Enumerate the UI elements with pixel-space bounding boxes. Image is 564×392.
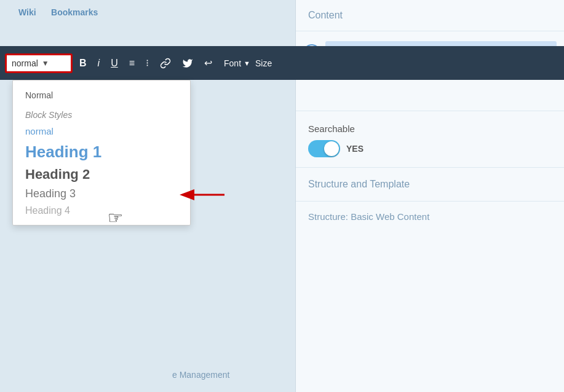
list-button[interactable]: ⁝ [141,55,153,71]
toggle-yes-label: YES [346,144,363,154]
undo-button[interactable]: ↩ [200,55,216,71]
nav-wiki[interactable]: Wiki [12,0,42,25]
menu-item-heading2[interactable]: Heading 2 [13,164,190,185]
font-label: Font [224,58,241,68]
top-nav: Wiki Bookmarks [0,0,295,25]
style-dropdown[interactable]: normal ▼ [5,53,73,73]
align-button[interactable]: ≡ [125,55,139,71]
dropdown-arrow-icon: ▼ [42,59,66,68]
text-area-empty [296,74,564,111]
toggle-knob [324,141,339,156]
menu-item-heading3[interactable]: Heading 3 [13,185,190,203]
menu-item-normal-link[interactable]: normal [13,122,190,140]
management-text: e Management [172,370,229,380]
searchable-section: Searchable YES [296,111,564,168]
structure-basic: Structure: Basic Web Content [296,202,564,232]
italic-button[interactable]: i [93,55,105,71]
nav-bookmarks[interactable]: Bookmarks [45,0,104,25]
structure-basic-label: Structure: Basic Web Content [308,211,429,222]
searchable-label: Searchable [308,123,552,134]
toolbar: normal ▼ B i U ≡ ⁝ ↩ Font ▼ Size [0,46,564,80]
bold-button[interactable]: B [75,55,91,71]
font-dropdown-arrow-icon: ▼ [244,60,250,67]
cursor-hand-icon: ☞ [108,208,123,228]
searchable-toggle[interactable] [308,140,340,157]
menu-item-heading1[interactable]: Heading 1 [13,140,190,164]
size-label: Size [255,58,272,68]
menu-item-normal[interactable]: Normal [13,87,190,104]
dropdown-value: normal [12,58,38,68]
twitter-button[interactable] [178,55,197,71]
menu-item-heading4[interactable]: Heading 4 [13,203,190,219]
style-dropdown-menu: Normal Block Styles normal Heading 1 Hea… [12,80,191,225]
structure-section: Structure and Template [296,168,564,202]
link-button[interactable] [156,55,175,71]
menu-block-styles-header: Block Styles [13,104,190,122]
underline-button[interactable]: U [106,55,122,71]
structure-label: Structure and Template [308,179,410,189]
content-label: Content [296,0,564,31]
arrow-indicator [178,186,228,206]
